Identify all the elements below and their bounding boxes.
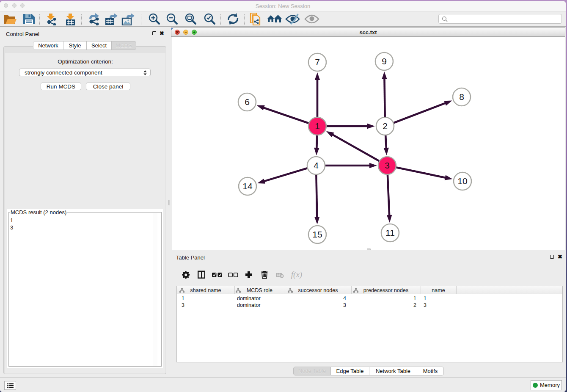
svg-text:15: 15 bbox=[312, 229, 322, 239]
svg-text:14: 14 bbox=[242, 181, 253, 191]
svg-text:10: 10 bbox=[457, 176, 467, 186]
svg-text:4: 4 bbox=[314, 160, 319, 170]
svg-text:2: 2 bbox=[383, 121, 388, 131]
svg-text:8: 8 bbox=[459, 92, 464, 102]
svg-text:3: 3 bbox=[385, 160, 390, 170]
svg-text:f(x): f(x) bbox=[291, 270, 302, 279]
svg-text:7: 7 bbox=[315, 57, 320, 67]
svg-text:9: 9 bbox=[382, 56, 387, 66]
svg-text:6: 6 bbox=[245, 97, 250, 107]
svg-text:11: 11 bbox=[385, 228, 395, 237]
svg-text:1: 1 bbox=[315, 121, 320, 131]
